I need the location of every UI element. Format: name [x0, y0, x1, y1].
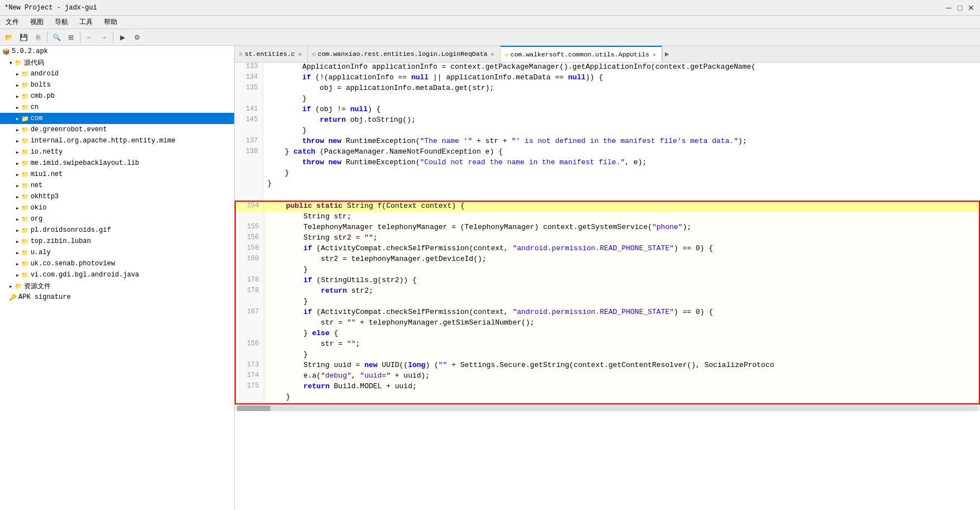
- tab-icon-apputils: ⊙: [505, 51, 508, 58]
- line-num-167: 167: [236, 308, 264, 318]
- tree-source-root[interactable]: ▾ 📁 源代码: [0, 57, 234, 68]
- tab-close-apputils[interactable]: ✕: [651, 51, 657, 59]
- code-line-brace8: }: [236, 393, 979, 403]
- line-content-strstr: String str;: [264, 212, 979, 223]
- tree-item-android[interactable]: ▸ 📁 android: [0, 68, 234, 79]
- tree-item-net[interactable]: ▸ 📁 net: [0, 180, 234, 191]
- line-num-156a: 156: [236, 233, 264, 244]
- close-button[interactable]: ✕: [967, 3, 976, 12]
- code-line-brace5: }: [236, 265, 979, 276]
- code-line-brace6: }: [236, 297, 979, 308]
- tree-root-apk[interactable]: 📦 5.0.2.apk: [0, 46, 234, 57]
- label-vi: vi.com.gdi.bgl.android.java: [31, 271, 139, 279]
- tree-item-com[interactable]: ▸ 📁 com: [0, 113, 234, 124]
- line-num-brace6: [236, 297, 264, 308]
- tab-scroll-right[interactable]: ▶: [662, 46, 671, 63]
- line-num-brace8: [236, 393, 264, 403]
- toolbar-search[interactable]: 🔍: [50, 31, 63, 44]
- expand-icon-top: ▸: [16, 238, 20, 245]
- menu-help[interactable]: 帮助: [101, 16, 121, 28]
- apk-icon: 📦: [2, 48, 10, 55]
- tab-entities-c[interactable]: ⊙ st.entities.c ✕: [235, 46, 308, 62]
- code-line-154: 154 public static String f(Context conte…: [236, 202, 979, 212]
- tree-item-apksig[interactable]: 🔑 APK signature: [0, 292, 234, 303]
- sidebar[interactable]: 📦 5.0.2.apk ▾ 📁 源代码 ▸ 📁 android ▸ 📁 bolt…: [0, 46, 235, 510]
- tab-loginreqdata[interactable]: ⊙ com.wanxiao.rest.entities.login.LoginR…: [308, 46, 501, 62]
- label-com: com: [31, 115, 43, 122]
- tab-label-loginreqdata: com.wanxiao.rest.entities.login.LoginReq…: [318, 50, 488, 58]
- tree-item-okio[interactable]: ▸ 📁 okio: [0, 202, 234, 213]
- key-icon: 🔑: [9, 294, 17, 301]
- tree-item-cn[interactable]: ▸ 📁 cn: [0, 102, 234, 113]
- tree-item-pl[interactable]: ▸ 📁 pl.droidsonroids.gif: [0, 225, 234, 236]
- tree-item-vi[interactable]: ▸ 📁 vi.com.gdi.bgl.android.java: [0, 269, 234, 280]
- horizontal-scrollbar[interactable]: [237, 406, 978, 411]
- folder-icon-cn: 📁: [21, 104, 29, 111]
- menu-view[interactable]: 视图: [27, 16, 47, 28]
- label-apksig: APK signature: [18, 293, 71, 301]
- expand-icon-pl: ▸: [16, 227, 20, 234]
- code-editor[interactable]: 133 ApplicationInfo applicationInfo = co…: [235, 63, 980, 510]
- folder-icon-de: 📁: [21, 126, 29, 134]
- code-line-158: 158 if (ActivityCompat.checkSelfPermissi…: [236, 244, 979, 255]
- folder-icon-bolts: 📁: [21, 82, 29, 89]
- code-line-133: 133 ApplicationInfo applicationInfo = co…: [235, 63, 980, 73]
- toolbar-forward[interactable]: →: [97, 31, 111, 44]
- red-box-table: 154 public static String f(Context conte…: [236, 202, 979, 403]
- tree-item-resources[interactable]: ▸ 📁 资源文件: [0, 280, 234, 292]
- folder-icon-net: 📁: [21, 182, 29, 189]
- tree-item-de[interactable]: ▸ 📁 de.greenrobot.event: [0, 124, 234, 135]
- apk-label: 5.0.2.apk: [12, 47, 48, 55]
- tree-item-ionetty[interactable]: ▸ 📁 io.netty: [0, 146, 234, 158]
- code-line-167: 167 if (ActivityCompat.checkSelfPermissi…: [236, 308, 979, 318]
- folder-icon-org: 📁: [21, 216, 29, 223]
- line-content-else: } else {: [264, 329, 979, 340]
- tree-item-cmbpb[interactable]: ▸ 📁 cmb.pb: [0, 90, 234, 102]
- label-bolts: bolts: [31, 81, 51, 89]
- code-line-135: 135 obj = applicationInfo.metaData.get(s…: [235, 84, 980, 94]
- tree-item-top[interactable]: ▸ 📁 top.zibin.luban: [0, 236, 234, 247]
- tab-close-loginreqdata[interactable]: ✕: [489, 50, 495, 58]
- line-content-brace1: }: [263, 94, 980, 105]
- folder-icon-vi: 📁: [21, 271, 29, 279]
- minimize-button[interactable]: ─: [944, 3, 953, 12]
- tree-item-ualy[interactable]: ▸ 📁 u.aly: [0, 247, 234, 258]
- menu-file[interactable]: 文件: [2, 16, 22, 28]
- tree-item-me[interactable]: ▸ 📁 me.imid.swipebacklayout.lib: [0, 158, 234, 169]
- expand-icon-resources: ▸: [9, 283, 13, 290]
- tab-apputils[interactable]: ⊙ com.walkersoft.common.utils.AppUtils ✕: [501, 46, 663, 62]
- tab-close-entities-c[interactable]: ✕: [297, 50, 303, 58]
- toolbar-copy[interactable]: ⎘: [31, 31, 45, 44]
- toolbar-back[interactable]: ←: [83, 31, 96, 44]
- scrollbar-thumb[interactable]: [237, 406, 270, 411]
- horizontal-scrollbar-area[interactable]: [235, 404, 980, 411]
- toolbar-sep-1: [47, 32, 47, 43]
- tree-item-internal[interactable]: ▸ 📁 internal.org.apache.http.entity.mime: [0, 135, 234, 146]
- menu-nav[interactable]: 导航: [51, 16, 72, 28]
- editor-area: ⊙ st.entities.c ✕ ⊙ com.wanxiao.rest.ent…: [235, 46, 980, 510]
- line-num-138: 138: [235, 147, 263, 158]
- toolbar-settings[interactable]: ⚙: [130, 31, 144, 44]
- toolbar-save[interactable]: 💾: [17, 31, 30, 44]
- tree-item-okhttp3[interactable]: ▸ 📁 okhttp3: [0, 191, 234, 202]
- label-de: de.greenrobot.event: [31, 126, 107, 134]
- code-line-156a: 156 String str2 = "";: [236, 233, 979, 244]
- line-content-brace2: }: [263, 126, 980, 137]
- tab-label-entities-c: st.entities.c: [245, 50, 295, 58]
- toolbar-open[interactable]: 📂: [2, 31, 16, 44]
- code-line-145: 145 return obj.toString();: [235, 116, 980, 126]
- toolbar-run[interactable]: ▶: [116, 31, 129, 44]
- title-controls: ─ □ ✕: [944, 3, 976, 12]
- title-text: *New Project - jadx-gui: [4, 4, 97, 12]
- toolbar-grid[interactable]: ⊞: [64, 31, 78, 44]
- line-content-173: String uuid = new UUID((long) ("" + Sett…: [264, 361, 979, 371]
- tree-item-miui[interactable]: ▸ 📁 miui.net: [0, 169, 234, 180]
- label-cn: cn: [31, 103, 39, 111]
- line-num-simserial: [236, 318, 264, 329]
- tree-item-uk[interactable]: ▸ 📁 uk.co.senab.photoview: [0, 258, 234, 269]
- menu-tools[interactable]: 工具: [76, 16, 96, 28]
- folder-icon-top: 📁: [21, 238, 29, 245]
- maximize-button[interactable]: □: [955, 3, 964, 12]
- tree-item-bolts[interactable]: ▸ 📁 bolts: [0, 79, 234, 90]
- tree-item-org[interactable]: ▸ 📁 org: [0, 213, 234, 225]
